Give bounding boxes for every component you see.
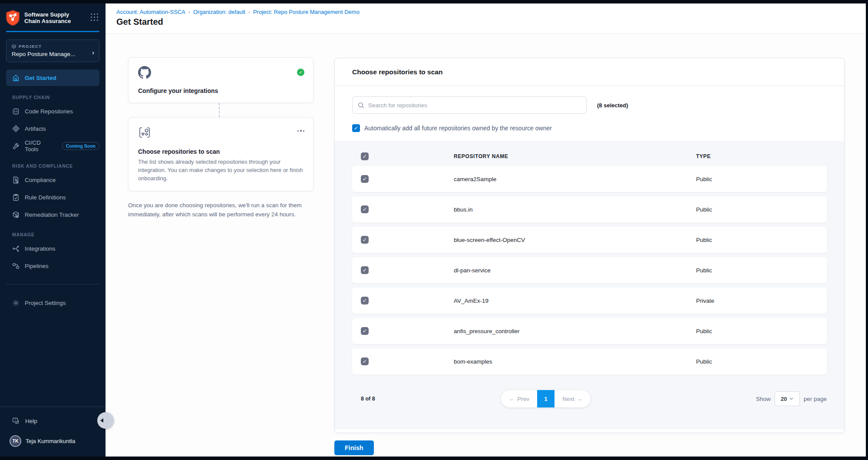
repo-type: Public bbox=[696, 358, 827, 365]
section-label-manage: MANAGE bbox=[0, 232, 106, 237]
sidebar-item-remediation-tracker[interactable]: Remediation Tracker bbox=[0, 206, 106, 223]
github-icon bbox=[138, 66, 151, 79]
product-name: Software Supply Chain Assurance bbox=[24, 11, 71, 24]
sidebar-item-project-settings[interactable]: Project Settings bbox=[0, 294, 106, 311]
sidebar-nav: Get Started SUPPLY CHAIN Code Repositori… bbox=[0, 69, 106, 311]
row-checkbox[interactable]: ✓ bbox=[361, 266, 369, 274]
section-label-risk-compliance: RISK AND COMPLIANCE bbox=[0, 163, 106, 169]
app-window: Software Supply Chain Assurance PROJECT … bbox=[0, 3, 866, 457]
table-row[interactable]: ✓ bbus.in Public bbox=[352, 196, 827, 222]
step-connector bbox=[219, 103, 220, 117]
cube-icon bbox=[12, 44, 16, 49]
table-row[interactable]: ✓ AV_AmEx-19 Private bbox=[352, 288, 827, 314]
chevron-right-icon: › bbox=[92, 49, 94, 56]
sidebar-footer: ? Help TK Teja Kummarikuntla bbox=[0, 407, 106, 457]
sidebar-item-pipelines[interactable]: Pipelines bbox=[0, 257, 106, 275]
column-type: TYPE bbox=[696, 153, 827, 159]
step-card-integrations[interactable]: ✓ Configure your integrations bbox=[128, 57, 314, 103]
row-checkbox[interactable]: ✓ bbox=[361, 297, 369, 304]
repo-name: AV_AmEx-19 bbox=[454, 298, 696, 304]
step-complete-badge: ✓ bbox=[297, 69, 304, 76]
arrow-left-icon: ← bbox=[509, 396, 515, 402]
sidebar-item-rule-definitions[interactable]: Rule Definitions bbox=[0, 189, 106, 206]
integrations-icon bbox=[12, 245, 20, 252]
sidebar-divider bbox=[6, 284, 100, 285]
table-row[interactable]: ✓ blue-screen-effect-OpenCV Public bbox=[352, 227, 827, 253]
table-row[interactable]: ✓ camera2Sample Public bbox=[352, 166, 827, 192]
sidebar-item-integrations[interactable]: Integrations bbox=[0, 240, 106, 257]
arrow-right-icon: → bbox=[577, 396, 583, 402]
search-input[interactable] bbox=[368, 102, 581, 109]
step2-description: The list shows already selected reposito… bbox=[138, 158, 304, 182]
collapse-arrow-icon bbox=[100, 418, 103, 423]
prev-page-button[interactable]: ←Prev bbox=[501, 390, 537, 407]
table-row[interactable]: ✓ bom-examples Public bbox=[352, 348, 827, 374]
repo-name: camera2Sample bbox=[454, 176, 696, 182]
user-name: Teja Kummarikuntla bbox=[26, 438, 75, 444]
breadcrumb-separator: › bbox=[248, 9, 250, 15]
module-grid-icon[interactable] bbox=[91, 13, 99, 22]
avatar: TK bbox=[10, 435, 21, 447]
breadcrumb-org-link[interactable]: Organization: default bbox=[193, 9, 245, 15]
row-checkbox[interactable]: ✓ bbox=[361, 357, 369, 365]
step1-title: Configure your integrations bbox=[138, 87, 304, 94]
per-page-label: per page bbox=[804, 396, 827, 402]
row-checkbox[interactable]: ✓ bbox=[361, 236, 369, 244]
breadcrumb-account-link[interactable]: Account: Automation-SSCA bbox=[116, 9, 185, 15]
repo-name: dl-pan-service bbox=[454, 267, 696, 274]
page-size-select[interactable]: 20 bbox=[775, 391, 800, 406]
sidebar-item-cicd-tools[interactable]: CI/CD Tools Coming Soon bbox=[0, 137, 106, 155]
home-icon bbox=[12, 74, 20, 82]
svg-text:?: ? bbox=[14, 419, 16, 422]
choose-repositories-icon bbox=[138, 126, 151, 139]
code-repositories-icon bbox=[12, 108, 20, 115]
project-selector[interactable]: PROJECT Repo Posture Manage... › bbox=[6, 40, 99, 62]
panel-controls: (8 selected) ✓ Automatically add all fut… bbox=[335, 86, 844, 132]
pagination: 8 of 8 ←Prev 1 Next→ Show 20 bbox=[352, 390, 827, 407]
table-row[interactable]: ✓ anfis_pressure_controller Public bbox=[352, 318, 827, 344]
repo-type: Public bbox=[696, 176, 827, 182]
row-checkbox[interactable]: ✓ bbox=[361, 205, 369, 213]
auto-add-checkbox[interactable]: ✓ bbox=[352, 124, 360, 132]
breadcrumb: Account: Automation-SSCA › Organization:… bbox=[116, 9, 866, 15]
sidebar-item-compliance[interactable]: Compliance bbox=[0, 171, 106, 189]
pager: ←Prev 1 Next→ bbox=[501, 390, 591, 407]
user-menu[interactable]: TK Teja Kummarikuntla bbox=[0, 430, 106, 451]
sidebar-item-artifacts[interactable]: Artifacts bbox=[0, 120, 106, 137]
project-label: PROJECT bbox=[12, 44, 94, 49]
sidebar-item-get-started[interactable]: Get Started bbox=[6, 69, 99, 86]
page-header: Account: Automation-SSCA › Organization:… bbox=[106, 3, 866, 34]
sidebar-header: Software Supply Chain Assurance bbox=[0, 3, 106, 31]
sidebar-collapse-handle[interactable] bbox=[97, 412, 114, 429]
next-page-button[interactable]: Next→ bbox=[554, 390, 591, 407]
repo-type: Public bbox=[696, 328, 827, 334]
coming-soon-badge: Coming Soon bbox=[62, 142, 99, 150]
step2-title: Choose repositories to scan bbox=[138, 148, 304, 155]
sidebar: Software Supply Chain Assurance PROJECT … bbox=[0, 3, 106, 457]
step-card-choose-repos[interactable]: Choose repositories to scan The list sho… bbox=[128, 117, 314, 191]
repo-name: anfis_pressure_controller bbox=[454, 328, 696, 334]
page-title: Get Started bbox=[116, 17, 866, 27]
row-checkbox[interactable]: ✓ bbox=[361, 327, 369, 335]
step-options-menu-icon[interactable] bbox=[297, 130, 304, 132]
onboarding-stepper: ✓ Configure your integrations Choose rep… bbox=[128, 57, 314, 219]
help-chat-icon: ? bbox=[12, 417, 20, 424]
table-row[interactable]: ✓ dl-pan-service Public bbox=[352, 257, 827, 283]
repository-search bbox=[352, 96, 587, 114]
auto-add-label: Automatically add all future repositorie… bbox=[364, 125, 552, 132]
breadcrumb-separator: › bbox=[188, 9, 190, 15]
selected-count: (8 selected) bbox=[597, 102, 628, 109]
page-1-button[interactable]: 1 bbox=[537, 390, 554, 407]
select-all-checkbox[interactable]: ✓ bbox=[361, 152, 369, 160]
rule-definitions-icon bbox=[12, 194, 20, 201]
row-checkbox[interactable]: ✓ bbox=[361, 175, 369, 183]
finish-button[interactable]: Finish bbox=[334, 440, 374, 455]
pipelines-icon bbox=[12, 262, 20, 270]
breadcrumb-project-link[interactable]: Project: Repo Posture Management Demo bbox=[253, 9, 360, 15]
sidebar-item-code-repositories[interactable]: Code Repositories bbox=[0, 103, 106, 120]
section-label-supply-chain: SUPPLY CHAIN bbox=[0, 95, 106, 100]
ssca-shield-logo-icon bbox=[6, 10, 20, 26]
remediation-tracker-icon bbox=[12, 211, 20, 218]
panel-title: Choose repositories to scan bbox=[335, 58, 844, 86]
help-button[interactable]: ? Help bbox=[0, 411, 106, 430]
